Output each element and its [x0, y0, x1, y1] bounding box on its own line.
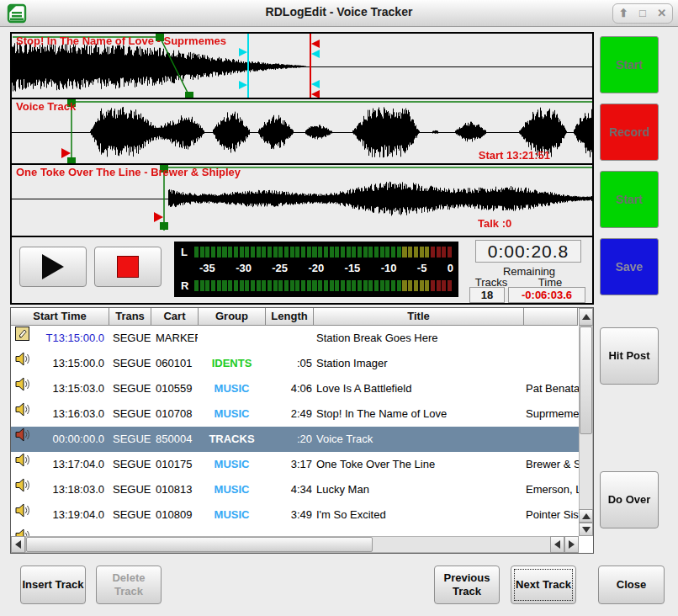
meter-left-label: L	[181, 246, 188, 258]
next-track-button[interactable]: Next Track	[511, 566, 576, 604]
start-next-button[interactable]: Start	[600, 171, 659, 228]
cell-artist: Otis Redding	[526, 528, 579, 536]
meter-segment	[374, 247, 379, 258]
meter-segment	[318, 247, 322, 258]
col-header-length[interactable]: Length	[266, 308, 314, 326]
meter-left-segments	[194, 247, 452, 258]
start-marker-icon[interactable]	[61, 148, 71, 158]
col-header-group[interactable]: Group	[199, 308, 266, 326]
hscroll-left2-button[interactable]	[550, 536, 564, 553]
insert-track-button[interactable]: Insert Track	[20, 566, 86, 604]
cell-cart: 850004	[156, 427, 198, 452]
cell-length: 3:17	[268, 452, 312, 477]
track-outgoing-song[interactable]: Stop! In The Name of Love - Suprmemes	[12, 34, 592, 99]
titlebar: RDLogEdit - Voice Tracker ⬆ □ ✕	[0, 0, 678, 27]
cell-cart: 010708	[156, 401, 198, 427]
cell-title: Voice Track	[316, 427, 523, 452]
shade-window-icon[interactable]: ⬆	[619, 4, 628, 23]
table-row[interactable]: 13:15:03.0SEGUE010559MUSIC4:06Love Is A …	[11, 376, 579, 401]
meter-segment	[352, 247, 356, 258]
cell-trans: SEGUE	[113, 351, 154, 376]
cell-start-time: 13:15:03.0	[34, 376, 104, 401]
vscroll-up-button[interactable]	[579, 308, 593, 326]
meter-segment	[312, 247, 316, 258]
col-header-cart[interactable]: Cart	[151, 308, 199, 326]
cell-length: 4:34	[268, 477, 312, 502]
fade-handle[interactable]	[67, 157, 76, 165]
cell-artist: Emerson, Lake & Palmer	[526, 477, 579, 502]
cell-group: MUSIC	[199, 376, 265, 401]
meter-segment	[408, 247, 412, 258]
table-row[interactable]: 13:18:03.0SEGUE010813MUSIC4:34Lucky ManE…	[11, 477, 579, 502]
close-button[interactable]: Close	[598, 566, 665, 604]
table-row[interactable]: 13:15:00.0SEGUE060101IDENTS:05Station Im…	[11, 351, 579, 376]
start-segue-button[interactable]: Start	[600, 36, 659, 93]
fade-handle[interactable]	[185, 92, 193, 99]
cell-title: One Toke Over The Line	[316, 452, 523, 477]
start-marker-icon[interactable]	[154, 212, 163, 222]
cell-title: I'm So Excited	[316, 502, 523, 528]
stop-button[interactable]	[94, 247, 162, 287]
cell-cart: 060101	[156, 351, 198, 376]
track-voice[interactable]: Voice Track Start 13:21:51	[12, 99, 592, 165]
table-row[interactable]: 13:16:03.0SEGUE010708MUSIC2:49Stop! In T…	[11, 401, 579, 427]
segue-end-marker-icon[interactable]	[311, 50, 320, 58]
table-row[interactable]: 13:20:04.0SEGUE010705MUSIC3:36(Sittin' O…	[11, 528, 579, 536]
col-header-trans[interactable]: Trans	[109, 308, 151, 326]
play-button[interactable]	[19, 247, 87, 287]
hscroll-slider[interactable]	[26, 537, 373, 552]
col-header-start-time[interactable]: Start Time	[11, 308, 109, 326]
meter-segment	[414, 280, 418, 291]
speaker-icon	[15, 351, 35, 376]
down-arrow-icon	[582, 527, 591, 533]
meter-segment	[295, 247, 299, 258]
meter-segment	[194, 247, 199, 258]
voice-tracker-window: RDLogEdit - Voice Tracker ⬆ □ ✕	[0, 0, 678, 616]
table-row[interactable]: 00:00:00.0SEGUE850004TRACKS:20Voice Trac…	[11, 427, 579, 452]
play-icon	[42, 254, 64, 279]
previous-track-button[interactable]: Previous Track	[434, 566, 500, 604]
meter-segment	[240, 280, 244, 291]
meter-segment	[257, 280, 261, 291]
close-window-icon[interactable]: ✕	[657, 4, 666, 23]
do-over-button[interactable]: Do Over	[600, 471, 659, 528]
save-button[interactable]: Save	[600, 238, 659, 295]
segue-marker-icon[interactable]	[239, 81, 247, 89]
end-marker-icon[interactable]	[311, 90, 320, 98]
cell-start-time: 13:15:00.0	[34, 351, 104, 376]
cell-group: MUSIC	[199, 477, 265, 502]
hit-post-button[interactable]: Hit Post	[600, 327, 659, 385]
cell-artist	[526, 351, 579, 376]
meter-segment	[267, 247, 272, 258]
maximize-window-icon[interactable]: □	[639, 4, 646, 23]
cell-title: Love Is A Battlefield	[316, 376, 523, 401]
vscroll-down-button[interactable]	[579, 523, 593, 536]
end-marker-icon[interactable]	[311, 40, 320, 48]
cell-trans: SEGUE	[113, 376, 154, 401]
segue-marker-icon[interactable]	[239, 48, 247, 56]
meter-right-label: R	[181, 279, 188, 292]
track-incoming-song[interactable]: One Toke Over The Line - Brewer & Shiple…	[12, 165, 592, 232]
table-row[interactable]: 13:17:04.0SEGUE010175MUSIC3:17One Toke O…	[11, 452, 579, 477]
fade-handle[interactable]	[160, 222, 168, 230]
meter-segment	[408, 280, 412, 291]
hscroll-left-button[interactable]	[11, 536, 25, 553]
segue-end-marker-icon[interactable]	[311, 80, 320, 88]
vscroll-up2-button[interactable]	[579, 509, 593, 523]
meter-segment	[368, 280, 373, 291]
window-title: RDLogEdit - Voice Tracker	[0, 5, 678, 19]
meter-segment	[442, 247, 446, 258]
delete-track-button[interactable]: Delete Track	[96, 566, 162, 604]
vscroll-slider[interactable]	[580, 327, 592, 434]
cell-group	[199, 326, 265, 351]
cell-title: Stop! In The Name of Love	[316, 401, 523, 427]
speaker-icon	[15, 477, 35, 502]
table-row[interactable]: 13:19:04.0SEGUE010809MUSIC3:49I'm So Exc…	[11, 502, 579, 528]
record-button[interactable]: Record	[600, 104, 659, 161]
col-header-title[interactable]: Title	[314, 308, 524, 326]
hscroll-right-button[interactable]	[564, 536, 579, 553]
cell-group: MUSIC	[199, 401, 265, 427]
meter-segment	[217, 280, 221, 291]
cell-length: 4:06	[268, 376, 312, 401]
table-row[interactable]: T13:15:00.0SEGUEMARKERStation Break Goes…	[11, 326, 579, 351]
